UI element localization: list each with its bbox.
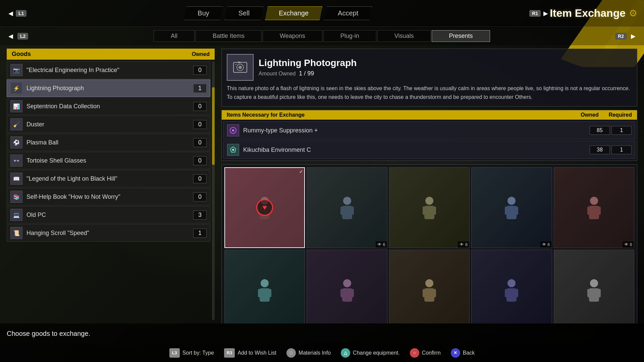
item-icon: 📊	[10, 100, 22, 112]
character-card[interactable]: 👁 6	[471, 250, 552, 323]
item-count: 0	[193, 156, 207, 165]
char-level: 👁 6	[376, 241, 387, 248]
exchange-header-label: Items Necessary for Exchange	[227, 112, 305, 118]
status-bar: Choose goods to exchange.	[0, 323, 644, 344]
nav-left-arrow[interactable]: ◀	[8, 10, 13, 17]
exchange-item-counts: 38 1	[590, 145, 632, 154]
scroll-bar[interactable]	[212, 61, 215, 320]
sub-tab-all[interactable]: All	[154, 30, 195, 42]
sort-control[interactable]: L3 Sort by: Type	[169, 348, 214, 358]
item-description: This nature photo of a flash of lightnin…	[227, 84, 632, 101]
char-level: 👁 6	[540, 241, 552, 248]
item-icon: ⚡	[10, 82, 22, 94]
list-item[interactable]: 📚 Self-Help Book "How to Not Worry" 0	[7, 188, 210, 205]
back-control[interactable]: ✕ Back	[451, 348, 475, 358]
owned-label: Owned	[192, 51, 210, 57]
list-item[interactable]: 👓 Tortoise Shell Glasses 0	[7, 152, 210, 169]
list-item[interactable]: 📷 "Electrical Engineering In Practice" 0	[7, 61, 210, 79]
sub-tab-visuals[interactable]: Visuals	[377, 30, 431, 42]
item-amount-area: Amount Owned 1 / 99	[259, 70, 632, 77]
item-icon: 📖	[10, 173, 22, 185]
cross-badge: ✕	[451, 348, 460, 358]
character-card[interactable]: 👁 6	[307, 250, 387, 323]
tab-exchange[interactable]: Exchange	[265, 6, 322, 20]
triangle-badge: △	[341, 348, 350, 358]
item-icon: 📚	[10, 191, 22, 203]
character-card[interactable]: 👁 6	[224, 250, 305, 323]
character-card[interactable]: 👁 6	[307, 167, 387, 248]
svg-point-16	[425, 197, 433, 205]
required-column-label: Required	[609, 112, 632, 118]
svg-point-28	[261, 279, 269, 287]
char-heart-indicator: ♥	[256, 199, 273, 216]
char-card-bg	[554, 250, 634, 323]
wish-label: Add to Wish List	[237, 350, 276, 356]
char-card-bg	[307, 168, 387, 247]
l1-badge: L1	[16, 10, 26, 17]
item-name: Old PC	[26, 212, 193, 219]
svg-rect-34	[340, 289, 344, 297]
tab-sell[interactable]: Sell	[225, 6, 263, 20]
list-item[interactable]: 💻 Old PC 3	[7, 206, 210, 224]
item-count: 0	[193, 138, 207, 147]
svg-rect-38	[423, 289, 427, 297]
sub-nav-right-arrow[interactable]: ▶	[631, 33, 636, 40]
sub-tab-weapons[interactable]: Weapons	[263, 30, 322, 42]
character-card[interactable]: 👁 6	[471, 167, 552, 248]
svg-rect-22	[505, 206, 509, 215]
char-card-bg	[472, 250, 551, 323]
character-card[interactable]: ♥ ✓	[224, 167, 305, 248]
item-count: 0	[193, 192, 207, 201]
amount-owned-label: Amount Owned	[259, 71, 296, 77]
item-count: 0	[193, 174, 207, 183]
exchange-header: Items Necessary for Exchange Owned Requi…	[222, 110, 637, 120]
sub-nav-left-arrow[interactable]: ◀	[8, 33, 13, 40]
heart-circle: ♥	[256, 199, 273, 216]
list-item[interactable]: 🧹 Duster 0	[7, 116, 210, 133]
footer-controls: L3 Sort by: Type R3 Add to Wish List □ M…	[0, 344, 644, 362]
list-item[interactable]: 📖 "Legend of the Light on Black Hill" 0	[7, 170, 210, 187]
sub-tab-presents[interactable]: Presents	[432, 30, 490, 42]
top-nav-tabs: Buy Sell Exchange Accept	[28, 6, 528, 20]
item-detail-header: Lightning Photograph Amount Owned 1 / 99	[227, 54, 632, 81]
tab-accept[interactable]: Accept	[324, 6, 372, 20]
svg-point-2	[238, 66, 242, 69]
list-item[interactable]: ⚽ Plasma Ball 0	[7, 134, 210, 151]
l3-badge: L3	[169, 348, 180, 358]
item-detail-card: Lightning Photograph Amount Owned 1 / 99…	[221, 49, 637, 107]
character-grid: ♥ ✓ 👁 6	[224, 167, 634, 323]
character-grid-section: ♥ ✓ 👁 6	[221, 164, 637, 323]
svg-point-7	[232, 149, 234, 151]
character-card[interactable]: 👁 6	[554, 250, 634, 323]
list-item[interactable]: 📊 Septentrion Data Collection 0	[7, 98, 210, 115]
char-card-bg	[307, 250, 387, 323]
svg-point-32	[343, 279, 351, 287]
svg-point-36	[425, 279, 433, 287]
nav-right-arrow[interactable]: ▶	[543, 10, 548, 17]
svg-rect-43	[514, 289, 518, 297]
change-equipment-control[interactable]: △ Change equipment.	[341, 348, 400, 358]
svg-point-20	[507, 197, 516, 205]
sub-tab-battle-items[interactable]: Battle Items	[196, 30, 262, 42]
circle-badge: ○	[410, 348, 419, 358]
exchange-item-row: Kikuchiba Environment C 38 1	[223, 141, 635, 159]
character-card[interactable]: 👁 6	[554, 167, 634, 248]
svg-rect-31	[267, 289, 271, 297]
back-label: Back	[463, 350, 475, 356]
wish-control[interactable]: R3 Add to Wish List	[224, 348, 276, 358]
svg-rect-23	[514, 206, 518, 215]
materials-control[interactable]: □ Materials Info	[286, 348, 331, 358]
item-count: 0	[193, 120, 207, 129]
status-text: Choose goods to exchange.	[7, 330, 90, 338]
tab-buy[interactable]: Buy	[184, 6, 223, 20]
list-item[interactable]: ⚡ Lightning Photograph 1	[7, 79, 210, 97]
svg-point-24	[590, 197, 598, 205]
sort-label: Sort by: Type	[182, 350, 214, 356]
list-item[interactable]: 📜 Hanging Scroll "Speed" 1	[7, 224, 210, 242]
item-name: Duster	[26, 121, 193, 128]
character-card[interactable]: 👁 6	[389, 167, 470, 248]
sub-tab-plugin[interactable]: Plug-in	[323, 30, 376, 42]
character-card[interactable]: 👁 6	[389, 250, 470, 323]
confirm-control[interactable]: ○ Confirm	[410, 348, 441, 358]
item-name: "Legend of the Light on Black Hill"	[26, 175, 193, 182]
